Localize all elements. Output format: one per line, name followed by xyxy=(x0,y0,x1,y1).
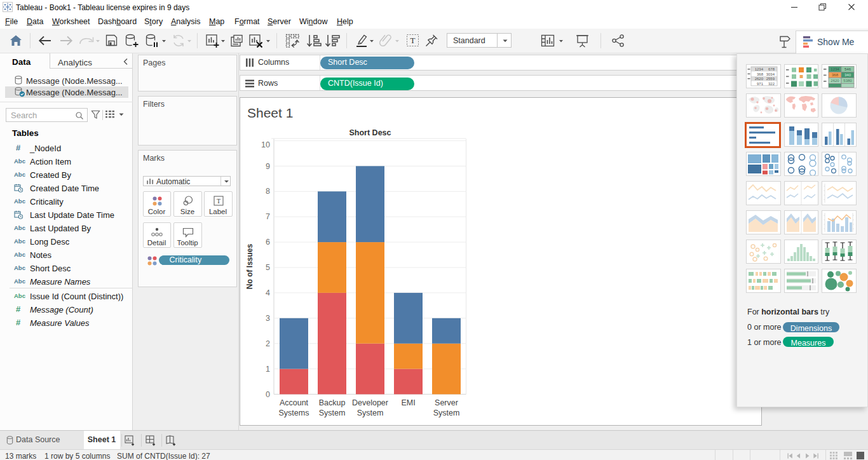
svg-text:Server: Server xyxy=(435,398,458,407)
svg-text:340: 340 xyxy=(844,73,851,77)
svg-text:2620: 2620 xyxy=(831,79,839,83)
svg-text:System: System xyxy=(319,409,346,417)
svg-text:EMI: EMI xyxy=(401,398,415,407)
svg-text:No of Issues: No of Issues xyxy=(245,244,254,290)
svg-text:10: 10 xyxy=(261,140,270,149)
svg-text:Systems: Systems xyxy=(279,409,309,417)
svg-text:7: 7 xyxy=(266,212,270,221)
svg-text:6: 6 xyxy=(266,238,270,247)
svg-text:8: 8 xyxy=(266,187,270,196)
svg-text:1234: 1234 xyxy=(831,67,839,71)
svg-text:4: 4 xyxy=(266,288,270,297)
svg-text:T: T xyxy=(410,36,416,45)
svg-text:546: 546 xyxy=(844,67,851,71)
svg-text:0: 0 xyxy=(266,390,270,399)
svg-text:3034: 3034 xyxy=(766,72,775,76)
svg-text:Developer: Developer xyxy=(352,398,388,407)
svg-text:T: T xyxy=(217,198,220,205)
svg-text:System: System xyxy=(433,409,460,417)
svg-text:Short Desc: Short Desc xyxy=(349,128,391,137)
svg-text:368: 368 xyxy=(757,72,764,76)
svg-text:3: 3 xyxy=(266,314,270,323)
svg-text:368: 368 xyxy=(832,73,839,77)
svg-text:Account: Account xyxy=(280,398,309,407)
svg-text:5: 5 xyxy=(266,263,270,272)
svg-text:5380: 5380 xyxy=(843,79,852,83)
svg-text:2: 2 xyxy=(266,339,270,348)
svg-text:322: 322 xyxy=(768,81,775,85)
svg-text:Backup: Backup xyxy=(319,398,346,407)
svg-text:9: 9 xyxy=(266,162,270,171)
svg-text:2620: 2620 xyxy=(755,77,764,81)
svg-text:678: 678 xyxy=(768,67,775,71)
svg-text:1: 1 xyxy=(266,365,270,374)
svg-text:System: System xyxy=(357,409,384,417)
svg-text:2559: 2559 xyxy=(766,77,775,81)
svg-text:1234: 1234 xyxy=(755,67,764,71)
svg-text:971: 971 xyxy=(757,81,764,85)
